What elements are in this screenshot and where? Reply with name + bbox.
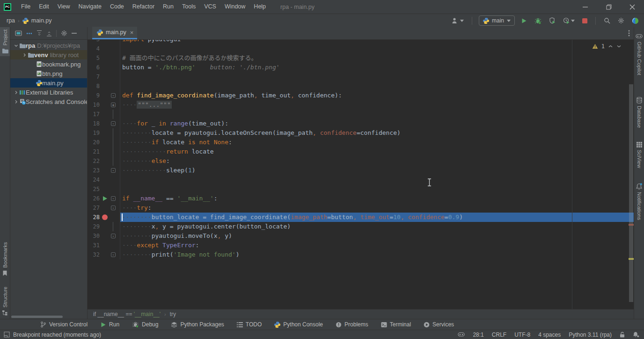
user-profile-button[interactable] [450, 16, 465, 25]
tool-window-button-version-control[interactable]: Version Control [40, 321, 88, 328]
editor-gutter[interactable]: 27- [88, 203, 120, 213]
gutter-icon-slot[interactable] [100, 128, 110, 138]
gutter-icon-slot[interactable] [100, 119, 110, 128]
code-line[interactable]: def find_image_coordinate(image_path, ti… [120, 91, 634, 100]
editor-gutter[interactable]: 31 [88, 241, 120, 250]
line-number[interactable]: 25 [88, 184, 100, 194]
readonly-lock-icon[interactable] [620, 332, 625, 338]
code-line[interactable] [120, 184, 634, 194]
stop-button[interactable] [581, 17, 589, 24]
line-separator-widget[interactable]: CRLF [492, 332, 506, 338]
tool-window-icon[interactable] [4, 332, 10, 338]
editor-gutter[interactable]: 18- [88, 119, 120, 128]
code-line[interactable] [120, 175, 634, 184]
breadcrumb-item[interactable]: try [170, 311, 176, 317]
editor-gutter[interactable]: 21 [88, 147, 120, 156]
line-number[interactable]: 28 [88, 213, 100, 222]
code-line[interactable] [120, 110, 634, 119]
fold-marker[interactable]: - [111, 234, 116, 238]
gutter-icon-slot[interactable] [100, 40, 110, 44]
scrollbar-thumb[interactable] [629, 84, 633, 302]
tool-window-button-terminal[interactable]: Terminal [381, 321, 411, 328]
editor-vscrollbar[interactable] [629, 40, 634, 309]
code-line[interactable]: ····for _ in range(time_out): [120, 119, 634, 128]
fold-marker[interactable]: + [111, 103, 116, 107]
tree-item-external-libraries[interactable]: External Libraries [10, 88, 87, 97]
editor-gutter[interactable]: 6 [88, 63, 120, 72]
panel-settings-button[interactable] [61, 30, 67, 37]
editor-gutter[interactable]: 9- [88, 91, 120, 100]
code-line[interactable]: ········x, y = pyautogui.center(button_l… [120, 222, 634, 231]
tool-strip-database[interactable]: Database [634, 95, 644, 130]
tree-item-scratches-and-consoles[interactable]: Scratches and Consoles [10, 97, 87, 106]
tree-chevron-icon[interactable] [13, 43, 19, 48]
line-number[interactable]: 10 [88, 100, 100, 110]
caret-position-widget[interactable]: 28:1 [473, 332, 483, 338]
line-number[interactable]: 24 [88, 175, 100, 184]
line-number[interactable]: 7 [88, 72, 100, 81]
editor-gutter[interactable]: 25 [88, 184, 120, 194]
gutter-icon-slot[interactable] [100, 156, 110, 166]
encoding-widget[interactable]: UTF-8 [514, 332, 530, 338]
line-number[interactable]: 18 [88, 119, 100, 128]
next-problem-icon[interactable] [616, 44, 622, 48]
menu-help[interactable]: Help [249, 0, 270, 14]
gutter-icon-slot[interactable] [100, 147, 110, 156]
breadcrumb-item[interactable]: if __name__ == '__main__' [93, 311, 161, 317]
code-line[interactable]: ············return locate [120, 147, 634, 156]
editor-gutter[interactable]: 26- [88, 194, 120, 203]
menu-vcs[interactable]: VCS [200, 0, 220, 14]
line-number[interactable]: 3 [88, 40, 100, 44]
editor-gutter[interactable]: 10+ [88, 100, 120, 110]
code-line[interactable]: ····"""...""" [120, 100, 634, 110]
gutter-icon-slot[interactable] [100, 44, 110, 53]
editor-gutter[interactable]: 7 [88, 72, 120, 81]
run-configuration-select[interactable]: main [479, 15, 515, 26]
code-line[interactable]: button = './btn.png' button: './btn.png' [120, 63, 634, 72]
fold-marker[interactable]: - [111, 93, 116, 98]
more-options-icon[interactable] [26, 32, 32, 35]
tool-window-button-run[interactable]: Run [100, 321, 119, 328]
tool-window-button-debug[interactable]: Debug [132, 321, 158, 328]
gutter-icon-slot[interactable] [100, 63, 110, 72]
warning-count[interactable]: 1 [601, 43, 605, 50]
gutter-icon-slot[interactable] [100, 250, 110, 259]
menu-run[interactable]: Run [159, 0, 178, 14]
line-number[interactable]: 17 [88, 110, 100, 119]
minimize-button[interactable] [574, 0, 597, 14]
menu-view[interactable]: View [53, 0, 74, 14]
fold-marker[interactable]: - [111, 168, 116, 173]
gutter-icon-slot[interactable] [100, 138, 110, 147]
breakpoint-icon[interactable] [102, 214, 108, 220]
close-button[interactable] [621, 0, 644, 14]
gutter-icon-slot[interactable] [100, 194, 110, 203]
learn-ide-button[interactable] [630, 16, 640, 25]
tool-window-button-problems[interactable]: Problems [336, 321, 368, 328]
tree-item-rpa[interactable]: rpaD:¥projects¥rpa [10, 41, 87, 50]
debug-button[interactable] [533, 16, 543, 25]
line-number[interactable]: 20 [88, 138, 100, 147]
line-number[interactable]: 9 [88, 91, 100, 100]
tool-strip-github-copilot[interactable]: GitHub Copilot [634, 31, 644, 78]
breadcrumb-project[interactable]: rpa [7, 17, 15, 24]
project-hscrollbar[interactable] [11, 316, 63, 318]
code-line[interactable]: ········if locate is not None: [120, 138, 634, 147]
line-number[interactable]: 21 [88, 147, 100, 156]
gutter-icon-slot[interactable] [100, 100, 110, 110]
code-line[interactable]: if __name__ == '__main__': [120, 194, 634, 203]
editor-gutter[interactable]: 32- [88, 250, 120, 259]
gutter-icon-slot[interactable] [100, 241, 110, 250]
code-line[interactable]: ········button_locate = find_image_coord… [120, 213, 634, 222]
line-number[interactable]: 5 [88, 53, 100, 63]
editor-gutter[interactable]: 30- [88, 231, 120, 241]
gutter-icon-slot[interactable] [100, 213, 110, 222]
gutter-icon-slot[interactable] [100, 175, 110, 184]
menu-window[interactable]: Window [220, 0, 249, 14]
gutter-icon-slot[interactable] [100, 81, 110, 91]
interpreter-widget[interactable]: Python 3.11 (rpa) [569, 332, 612, 338]
tool-strip-structure[interactable]: Structure [0, 284, 10, 318]
gutter-icon-slot[interactable] [100, 72, 110, 81]
code-line[interactable]: ········locate = pyautogui.locateOnScree… [120, 128, 634, 138]
menu-navigate[interactable]: Navigate [74, 0, 106, 14]
menu-code[interactable]: Code [106, 0, 128, 14]
